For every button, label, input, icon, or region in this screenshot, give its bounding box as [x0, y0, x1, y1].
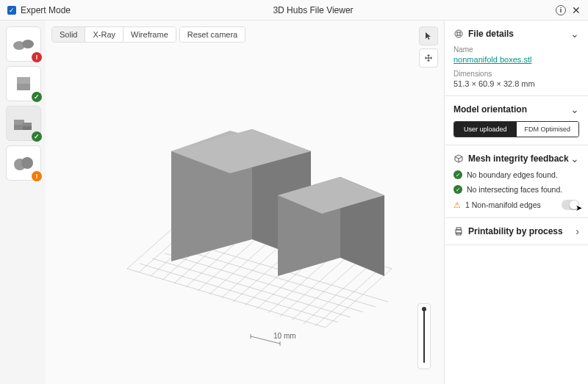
- printability-header[interactable]: Printability by process ›: [453, 225, 579, 237]
- info-icon[interactable]: i: [556, 5, 566, 15]
- scale-label: 10 mm: [273, 332, 296, 340]
- file-name-link[interactable]: nonmanifold boxes.stl: [453, 55, 531, 64]
- file-details-panel: File details ⌄ Name nonmanifold boxes.st…: [445, 21, 588, 96]
- mesh-integrity-header[interactable]: Mesh integrity feedback ⌄: [453, 153, 579, 164]
- fdm-optimised-button[interactable]: FDM Optimised: [517, 122, 579, 137]
- user-uploaded-button[interactable]: User uploaded: [454, 122, 517, 137]
- name-label: Name: [453, 46, 579, 54]
- warning-icon: !: [32, 171, 42, 181]
- svg-point-20: [455, 30, 462, 37]
- svg-rect-5: [14, 120, 24, 125]
- 3d-viewport[interactable]: Solid X-Ray Wireframe Reset camera: [46, 21, 444, 384]
- dimensions-value: 51.3 × 60.9 × 32.8 mm: [453, 79, 579, 88]
- feedback-item: ✓ No intersecting faces found.: [453, 185, 579, 194]
- warning-icon: ⚠: [453, 200, 461, 210]
- app-title: 3D Hubs File Viewer: [71, 5, 556, 15]
- orientation-indicator[interactable]: [417, 303, 431, 369]
- svg-rect-7: [23, 123, 32, 126]
- 3d-scene: [46, 21, 444, 384]
- file-details-title: File details: [468, 29, 514, 39]
- sidebar: File details ⌄ Name nonmanifold boxes.st…: [444, 21, 588, 384]
- check-icon: ✓: [32, 131, 42, 142]
- cursor-icon: ➤: [576, 203, 582, 213]
- printer-icon: [453, 226, 464, 236]
- thumbnail-item[interactable]: !: [6, 26, 41, 62]
- thumbnail-item[interactable]: !: [6, 145, 41, 181]
- close-icon[interactable]: ✕: [572, 4, 581, 16]
- mesh-integrity-title: Mesh integrity feedback: [468, 153, 569, 164]
- feedback-item: ⚠ 1 Non-manifold edges: [453, 200, 579, 210]
- orientation-segmented-control: User uploaded FDM Optimised: [453, 121, 579, 137]
- svg-rect-22: [456, 228, 461, 230]
- chevron-right-icon: ›: [576, 225, 579, 237]
- printability-panel: Printability by process ›: [445, 218, 588, 245]
- feedback-text: No intersecting faces found.: [467, 185, 562, 194]
- error-icon: !: [32, 52, 42, 62]
- printability-title: Printability by process: [468, 226, 563, 236]
- feedback-text: No boundary edges found.: [467, 170, 558, 179]
- app-header: ✓ Expert Mode 3D Hubs File Viewer i ✕: [0, 0, 588, 21]
- orientation-panel: Model orientation ⌄ User uploaded FDM Op…: [445, 96, 588, 145]
- dimensions-label: Dimensions: [453, 70, 579, 78]
- file-details-header[interactable]: File details ⌄: [453, 28, 579, 40]
- cube-icon: [453, 153, 464, 164]
- expert-mode-checkbox[interactable]: ✓: [7, 6, 16, 15]
- expert-mode-label: Expert Mode: [21, 5, 71, 15]
- file-icon: [453, 29, 464, 39]
- feedback-text: 1 Non-manifold edges: [465, 200, 541, 209]
- chevron-down-icon: ⌄: [570, 153, 579, 164]
- feedback-item: ✓ No boundary edges found.: [453, 170, 579, 179]
- svg-point-9: [21, 157, 33, 169]
- svg-rect-3: [17, 77, 30, 84]
- thumbnail-item[interactable]: ✓: [6, 106, 41, 141]
- svg-point-1: [22, 40, 34, 48]
- chevron-down-icon: ⌄: [570, 104, 579, 115]
- check-icon: ✓: [32, 92, 42, 102]
- mesh-integrity-panel: Mesh integrity feedback ⌄ ✓ No boundary …: [445, 145, 588, 218]
- chevron-down-icon: ⌄: [570, 28, 579, 40]
- orientation-header[interactable]: Model orientation ⌄: [453, 104, 579, 115]
- thumbnail-list: ! ✓ ✓ !: [0, 21, 46, 384]
- check-icon: ✓: [453, 185, 462, 194]
- check-icon: ✓: [453, 170, 462, 179]
- orientation-title: Model orientation: [453, 104, 527, 115]
- thumbnail-item[interactable]: ✓: [6, 66, 41, 101]
